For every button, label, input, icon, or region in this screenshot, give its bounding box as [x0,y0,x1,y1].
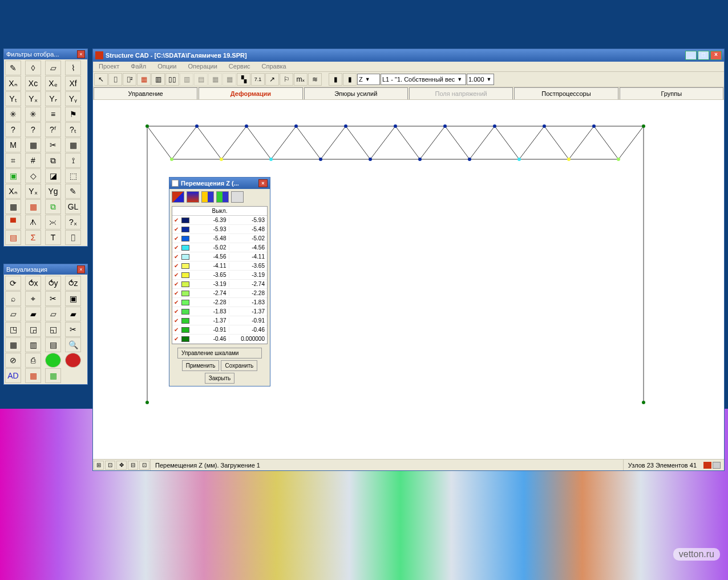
tool-struct-icon[interactable]: ⌗ [5,153,21,168]
tool-beam-icon[interactable]: ⧉ [45,153,61,168]
tool-clip-icon[interactable]: ✂ [45,138,61,152]
check-icon[interactable]: ✔ [172,263,180,269]
tool-qx-icon[interactable]: ?ₓ [65,215,81,229]
tool-xnf-icon[interactable]: Xf [65,76,81,91]
tool-q1-icon[interactable]: ? [5,122,21,137]
tool-frame-icon[interactable]: ⌷ [65,230,81,245]
check-icon[interactable]: ✔ [172,299,180,305]
tb-arrow-icon[interactable]: ↖ [94,73,108,86]
viz-t1-icon[interactable]: ⌕ [5,291,21,306]
viz-pers3-icon[interactable]: ◱ [45,322,61,337]
tab-control[interactable]: Управление [94,87,197,99]
legend-row[interactable]: ✔-5.02-4.56 [172,243,267,252]
tool-flag-icon[interactable]: ⚑ [65,107,81,122]
legend-row[interactable]: ✔-4.56-4.11 [172,252,267,261]
sb-b2-icon[interactable]: ⊡ [105,461,115,470]
check-icon[interactable]: ✔ [172,290,180,296]
combo-loadcase[interactable]: L1 - "1. Собственный вес▼ [381,74,466,85]
combo-axis[interactable]: Z▼ [357,74,380,85]
viz-null-icon[interactable]: ⊘ [5,353,21,368]
tool-qf-icon[interactable]: ?ᶠ [45,122,61,137]
tab-forces[interactable]: Эпюры усилий [304,87,408,99]
swatch-gb-icon[interactable] [216,191,229,203]
sb-b5-icon[interactable]: ⊡ [139,461,149,470]
close-icon[interactable]: × [77,265,85,273]
tb-film1-icon[interactable]: ▮ [329,73,342,86]
btn-scales[interactable]: Управление шкалами [177,348,262,359]
tool-pencil-icon[interactable]: ✎ [5,61,21,75]
tb-grid-icon[interactable]: ▦ [137,73,151,86]
tool-m1-icon[interactable]: M [5,138,21,152]
swatch-yb-icon[interactable] [201,191,214,203]
tool-eraser-icon[interactable]: ◊ [25,61,41,75]
tool-xn2-icon[interactable]: Xₙ [5,184,21,199]
viz-spin-icon[interactable]: ⟳ [5,276,21,291]
tool-pencil2-icon[interactable]: ✎ [65,184,81,199]
viz-t2-icon[interactable]: ⌖ [25,291,41,306]
tb-frame1-icon[interactable]: ⌷ [108,73,122,86]
tool-yxg2-icon[interactable]: Yg [45,184,61,199]
sb-b3-icon[interactable]: ✥ [116,461,127,470]
viz-cube2-icon[interactable]: ▰ [25,307,41,321]
check-icon[interactable]: ✔ [172,217,180,223]
viz-roty-icon[interactable]: ⥀y [45,276,61,291]
menu-service[interactable]: Сервис [223,62,256,71]
tb-frame2-icon[interactable]: ⌷² [123,73,136,86]
tb-grid2-icon[interactable]: ▥ [151,73,165,86]
check-icon[interactable]: ✔ [172,336,180,342]
tb-g1-icon[interactable]: ▥ [180,73,193,86]
tb-scale-icon[interactable]: ▯▯ [165,73,179,86]
viz-grid5-icon[interactable]: ▦ [45,368,61,383]
viz-rotz-icon[interactable]: ⥀z [65,276,81,291]
tool-pin-icon[interactable]: ⟟ [65,153,81,168]
tool-xne-icon[interactable]: Xₑ [45,76,61,91]
tb-flag-icon[interactable]: ⚐ [280,73,293,86]
tool-yx-icon[interactable]: Yₓ [25,91,41,106]
viz-cut-icon[interactable]: ✂ [65,322,81,337]
menu-file[interactable]: Файл [125,62,152,71]
tool-sigma-icon[interactable]: Σ [25,230,41,245]
combo-scale[interactable]: 1.000▼ [467,74,494,85]
tool-hash-icon[interactable]: # [25,153,41,168]
tool-book-icon[interactable]: ◪ [45,168,61,183]
viz-adr-icon[interactable]: AD [5,368,21,383]
legend-row[interactable]: ✔-3.19-2.74 [172,280,267,289]
legend-row[interactable]: ✔-1.37-0.91 [172,316,267,325]
tool-gridA-icon[interactable]: ▦ [5,199,21,214]
legend-row[interactable]: ✔-4.11-3.65 [172,261,267,271]
viz-grid2-icon[interactable]: ▥ [25,337,41,352]
legend-row[interactable]: ✔-6.39-5.93 [172,216,267,225]
legend-titlebar[interactable]: Перемещения Z (... × [169,178,270,189]
legend-row[interactable]: ✔-3.65-3.19 [172,271,267,280]
viz-red-icon[interactable] [65,353,81,368]
tab-deformations[interactable]: Деформации [199,87,302,99]
menu-project[interactable]: Проект [93,62,125,71]
viz-grid1-icon[interactable]: ▦ [5,337,21,352]
tool-zigzag-icon[interactable]: ⩚ [25,215,41,229]
viz-cube3-icon[interactable]: ▱ [45,307,61,321]
check-icon[interactable]: ✔ [172,308,180,315]
tb-arrow2-icon[interactable]: ↗ [265,73,279,86]
check-icon[interactable]: ✔ [172,244,180,251]
tb-g3-icon[interactable]: ▦ [208,73,222,86]
close-icon[interactable]: × [77,50,85,58]
tb-g4-icon[interactable]: ▦ [223,73,236,86]
tool-grid2-icon[interactable]: ▦ [65,138,81,152]
check-icon[interactable]: ✔ [172,327,180,333]
tb-chart-icon[interactable]: ▚ [237,73,250,86]
tab-stress[interactable]: Поля напряжений [409,87,513,99]
check-icon[interactable]: ✔ [172,253,180,260]
viz-t3-icon[interactable]: ✂ [45,291,61,306]
swatch-gray-icon[interactable] [231,191,244,203]
tool-panel-icon[interactable]: ▤ [5,230,21,245]
tb-g2-icon[interactable]: ▤ [194,73,208,86]
tb-71-icon[interactable]: 7.1 [251,73,265,86]
tool-spring-icon[interactable]: ⌇ [65,61,81,75]
tool-xc-icon[interactable]: Xc [25,76,41,91]
tool-crown-icon[interactable]: ⩙ [45,215,61,229]
menu-operations[interactable]: Операции [182,62,223,71]
tool-grid1-icon[interactable]: ▦ [25,138,41,152]
tb-meas-icon[interactable]: mₓ [294,73,308,86]
check-icon[interactable]: ✔ [172,272,180,278]
tool-qt-icon[interactable]: ?ₜ [65,122,81,137]
